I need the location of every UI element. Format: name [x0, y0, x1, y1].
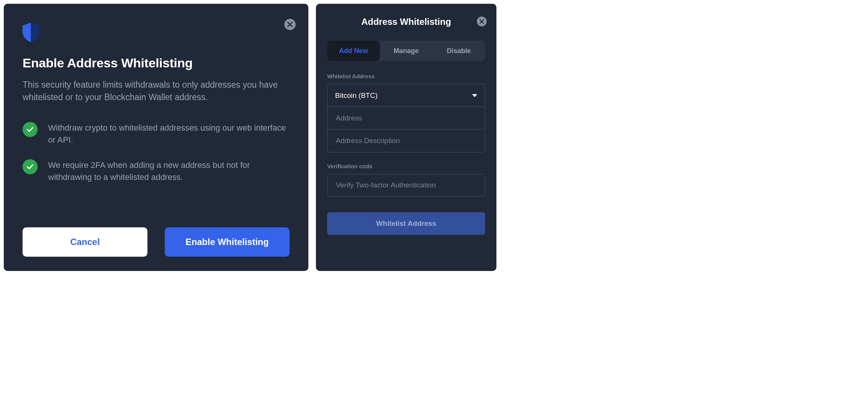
whitelist-address-label: Whitelist Address [327, 73, 485, 79]
address-input-row [328, 107, 485, 129]
close-button[interactable] [477, 17, 487, 26]
close-button[interactable] [284, 19, 296, 30]
verification-code-label: Verification code [327, 163, 485, 169]
modal-title: Enable Address Whitelisting [23, 56, 290, 70]
whitelist-address-group: Bitcoin (BTC) [327, 84, 485, 152]
modal-description: This security feature limits withdrawals… [23, 79, 290, 104]
panel-tabs: Add New Manage Disable [327, 41, 485, 61]
currency-select[interactable]: Bitcoin (BTC) [328, 84, 485, 107]
cancel-button[interactable]: Cancel [23, 227, 147, 257]
feature-bullet: Withdraw crypto to whitelisted addresses… [23, 122, 290, 146]
address-description-input-row [328, 129, 485, 152]
shield-icon [23, 23, 41, 41]
address-description-input[interactable] [335, 129, 477, 152]
verification-input-wrap [327, 174, 485, 196]
check-icon [23, 122, 38, 137]
panel-title: Address Whitelisting [327, 17, 485, 27]
whitelist-address-button[interactable]: Whitelist Address [327, 212, 485, 235]
tab-disable[interactable]: Disable [432, 41, 485, 61]
enable-whitelisting-modal: Enable Address Whitelisting This securit… [4, 4, 308, 271]
modal-button-row: Cancel Enable Whitelisting [23, 227, 290, 257]
enable-whitelisting-button[interactable]: Enable Whitelisting [165, 227, 290, 257]
chevron-down-icon [472, 94, 477, 97]
currency-selected-value: Bitcoin (BTC) [335, 91, 378, 100]
feature-bullet: We require 2FA when adding a new address… [23, 159, 290, 183]
close-icon [287, 22, 293, 27]
close-icon [480, 19, 484, 24]
feature-bullet-text: We require 2FA when adding a new address… [48, 159, 290, 183]
tab-add-new[interactable]: Add New [327, 41, 380, 61]
check-icon [23, 159, 38, 174]
tab-manage[interactable]: Manage [380, 41, 432, 61]
verification-code-input[interactable] [335, 174, 477, 196]
feature-bullet-text: Withdraw crypto to whitelisted addresses… [48, 122, 290, 146]
address-input[interactable] [335, 107, 477, 129]
address-whitelisting-panel: Address Whitelisting Add New Manage Disa… [316, 4, 496, 271]
